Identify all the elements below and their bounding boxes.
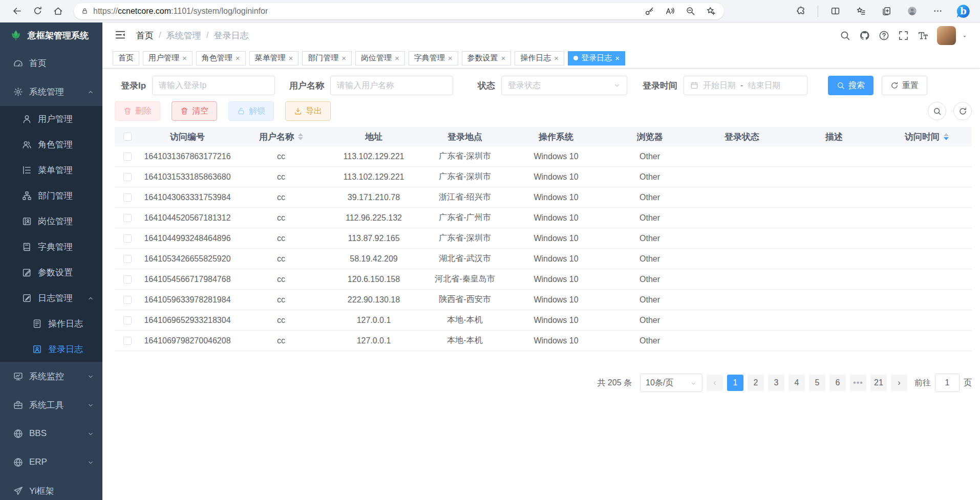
github-icon[interactable]: [859, 30, 870, 41]
tab-操作日志[interactable]: 操作日志×: [515, 51, 564, 66]
close-icon[interactable]: ×: [182, 54, 187, 62]
page-button-2[interactable]: 2: [748, 375, 764, 391]
extensions-icon[interactable]: [792, 3, 809, 20]
question-icon[interactable]: [879, 30, 889, 41]
row-checkbox[interactable]: [123, 234, 132, 243]
font-size-icon[interactable]: [918, 30, 928, 41]
page-button-4[interactable]: 4: [789, 375, 805, 391]
删除-button[interactable]: 删除: [115, 101, 160, 121]
caret-down-icon[interactable]: [962, 32, 968, 38]
sidebar-item-日志管理[interactable]: 日志管理: [0, 285, 102, 311]
fullscreen-icon[interactable]: [898, 30, 909, 41]
page-button-6[interactable]: 6: [829, 375, 846, 391]
hamburger-icon[interactable]: [115, 29, 127, 41]
close-icon[interactable]: ×: [289, 54, 293, 62]
sort-asc-icon[interactable]: [944, 133, 949, 136]
close-icon[interactable]: ×: [395, 54, 399, 62]
profile-icon[interactable]: [903, 3, 921, 20]
read-aloud-icon[interactable]: [664, 5, 676, 17]
zoom-out-icon[interactable]: [684, 5, 696, 17]
sort-asc-icon[interactable]: [298, 133, 303, 136]
row-checkbox[interactable]: [123, 255, 132, 263]
解锁-button[interactable]: 解锁: [228, 101, 274, 121]
sidebar-item-系统监控[interactable]: 系统监控: [0, 362, 102, 390]
sort-carets-icon[interactable]: [298, 133, 303, 140]
tab-字典管理[interactable]: 字典管理×: [409, 51, 458, 66]
sidebar-item-ERP[interactable]: ERP: [0, 448, 102, 476]
page-button-21[interactable]: 21: [870, 375, 887, 391]
sidebar-item-角色管理[interactable]: 角色管理: [0, 132, 102, 157]
sort-desc-icon[interactable]: [944, 137, 949, 140]
tab-用户管理[interactable]: 用户管理×: [143, 51, 193, 66]
next-page-button[interactable]: ›: [891, 375, 907, 391]
add-favorite-icon[interactable]: [705, 5, 717, 17]
row-checkbox[interactable]: [123, 296, 132, 304]
status-select[interactable]: 登录状态: [501, 76, 627, 95]
sort-carets-icon[interactable]: [944, 133, 949, 140]
row-checkbox[interactable]: [123, 337, 132, 345]
sidebar-item-字典管理[interactable]: 字典管理: [0, 234, 102, 259]
home-icon[interactable]: [49, 3, 67, 20]
sidebar-item-操作日志[interactable]: 操作日志: [0, 311, 102, 336]
select-all-checkbox[interactable]: [123, 133, 132, 141]
row-checkbox[interactable]: [123, 173, 132, 181]
tab-角色管理[interactable]: 角色管理×: [196, 51, 246, 66]
sidebar-item-BBS[interactable]: BBS: [0, 419, 102, 448]
breadcrumb-home[interactable]: 首页: [136, 30, 154, 41]
prev-page-button[interactable]: ‹: [707, 375, 723, 391]
collections-icon[interactable]: [878, 3, 895, 20]
page-button-1[interactable]: 1: [727, 375, 743, 391]
sidebar-item-首页[interactable]: 首页: [0, 49, 102, 77]
reload-icon[interactable]: [29, 3, 46, 20]
row-checkbox[interactable]: [123, 275, 132, 284]
page-button-5[interactable]: 5: [809, 375, 825, 391]
sidebar-item-Yi框架[interactable]: Yi框架: [0, 476, 102, 500]
address-bar[interactable]: https://ccnetcore.com:1101/system/log/lo…: [74, 3, 724, 19]
sidebar-item-系统工具[interactable]: 系统工具: [0, 390, 102, 419]
date-range-picker[interactable]: 开始日期 - 结束日期: [684, 76, 807, 95]
tab-岗位管理[interactable]: 岗位管理×: [355, 51, 405, 66]
search-icon[interactable]: [840, 30, 850, 41]
sidebar-item-菜单管理[interactable]: 菜单管理: [0, 157, 102, 183]
清空-button[interactable]: 清空: [172, 101, 217, 121]
search-tool-button[interactable]: [928, 102, 946, 120]
close-icon[interactable]: ×: [554, 54, 559, 62]
sidebar-item-用户管理[interactable]: 用户管理: [0, 106, 102, 132]
row-checkbox[interactable]: [123, 214, 132, 222]
breadcrumb-system[interactable]: 系统管理: [166, 30, 201, 41]
close-icon[interactable]: ×: [615, 54, 620, 62]
more-pages-icon[interactable]: •••: [850, 375, 866, 391]
tab-参数设置[interactable]: 参数设置×: [462, 51, 512, 66]
search-button[interactable]: 搜索: [828, 76, 874, 95]
sidebar-item-部门管理[interactable]: 部门管理: [0, 183, 102, 208]
more-icon[interactable]: [929, 3, 946, 20]
tab-登录日志[interactable]: 登录日志×: [568, 51, 625, 66]
导出-button[interactable]: 导出: [285, 101, 331, 121]
close-icon[interactable]: ×: [501, 54, 506, 62]
sidebar-item-参数设置[interactable]: 参数设置: [0, 259, 102, 285]
column-header-用户名称[interactable]: 用户名称: [235, 131, 328, 143]
goto-input[interactable]: [935, 374, 960, 392]
close-icon[interactable]: ×: [236, 54, 240, 62]
tab-部门管理[interactable]: 部门管理×: [302, 51, 352, 66]
sidebar-item-登录日志[interactable]: 登录日志: [0, 336, 102, 362]
bing-icon[interactable]: b: [954, 3, 972, 20]
column-header-访问时间[interactable]: 访问时间: [882, 131, 972, 143]
login-ip-input[interactable]: [152, 76, 275, 95]
page-button-3[interactable]: 3: [768, 375, 784, 391]
tab-菜单管理[interactable]: 菜单管理×: [249, 51, 299, 66]
favorites-icon[interactable]: [852, 3, 869, 20]
sort-desc-icon[interactable]: [298, 137, 303, 140]
row-checkbox[interactable]: [123, 153, 132, 161]
username-input[interactable]: [330, 76, 453, 95]
page-size-select[interactable]: 10条/页: [640, 374, 702, 392]
close-icon[interactable]: ×: [448, 54, 453, 62]
sidebar-item-岗位管理[interactable]: 岗位管理: [0, 208, 102, 234]
refresh-tool-button[interactable]: [953, 102, 972, 120]
back-icon[interactable]: [8, 3, 26, 20]
sidebar-item-系统管理[interactable]: 系统管理: [0, 77, 102, 106]
close-icon[interactable]: ×: [342, 54, 346, 62]
avatar[interactable]: [937, 26, 956, 45]
reset-button[interactable]: 重置: [882, 76, 927, 95]
key-icon[interactable]: [643, 5, 655, 17]
